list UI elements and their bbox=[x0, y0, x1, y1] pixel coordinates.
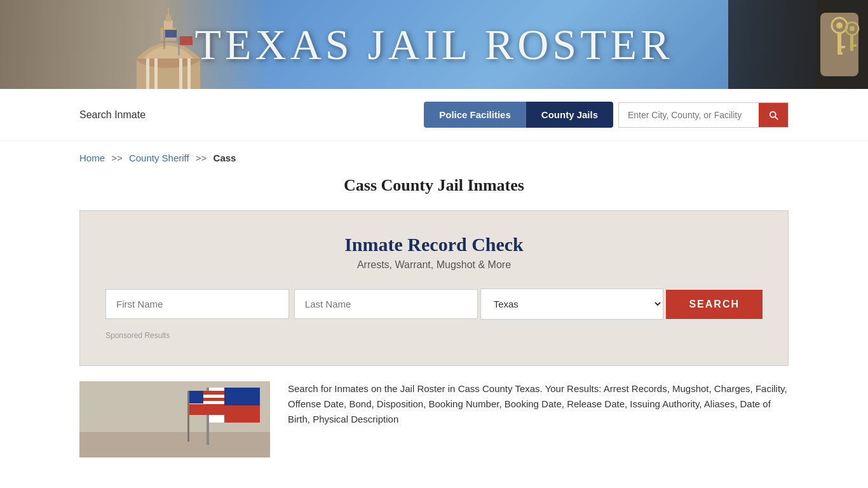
svg-point-19 bbox=[836, 22, 843, 29]
breadcrumb-current: Cass bbox=[214, 152, 236, 163]
svg-rect-12 bbox=[180, 36, 193, 45]
record-search-button[interactable]: SEARCH bbox=[666, 290, 763, 319]
svg-point-24 bbox=[850, 26, 855, 31]
search-icon bbox=[768, 109, 779, 121]
site-title: TEXAS JAIL ROSTER bbox=[194, 20, 673, 70]
svg-rect-35 bbox=[187, 391, 189, 442]
svg-rect-13 bbox=[163, 30, 165, 49]
svg-rect-28 bbox=[79, 432, 270, 458]
sponsored-label: Sponsored Results bbox=[105, 331, 763, 340]
nav-buttons: Police Facilities County Jails bbox=[424, 102, 613, 128]
svg-rect-10 bbox=[187, 58, 191, 89]
svg-rect-25 bbox=[850, 35, 853, 51]
search-inmate-label: Search Inmate bbox=[79, 109, 146, 121]
page-title: Cass County Jail Inmates bbox=[0, 176, 868, 195]
svg-rect-14 bbox=[165, 30, 177, 37]
svg-rect-9 bbox=[179, 58, 182, 89]
svg-rect-39 bbox=[189, 391, 203, 403]
state-select[interactable]: Texas Alabama Alaska Arizona Arkansas Ca… bbox=[480, 288, 664, 320]
record-check-form: Texas Alabama Alaska Arizona Arkansas Ca… bbox=[105, 288, 763, 320]
county-image: ★ bbox=[79, 381, 270, 458]
svg-rect-20 bbox=[837, 33, 841, 52]
breadcrumb-sep2: >> bbox=[196, 152, 207, 163]
first-name-input[interactable] bbox=[105, 289, 289, 319]
breadcrumb: Home >> County Sheriff >> Cass bbox=[0, 141, 868, 170]
record-check-subtitle: Arrests, Warrant, Mugshot & More bbox=[105, 259, 763, 271]
breadcrumb-county-sheriff[interactable]: County Sheriff bbox=[129, 152, 189, 163]
texas-flag-illustration: ★ bbox=[79, 381, 270, 458]
svg-rect-22 bbox=[837, 52, 843, 55]
record-check-box: Inmate Record Check Arrests, Warrant, Mu… bbox=[79, 210, 789, 366]
svg-rect-26 bbox=[850, 44, 857, 46]
svg-rect-5 bbox=[166, 15, 171, 22]
svg-rect-11 bbox=[178, 36, 180, 55]
header-banner: TEXAS JAIL ROSTER bbox=[0, 0, 868, 89]
svg-rect-4 bbox=[164, 20, 173, 29]
last-name-input[interactable] bbox=[294, 289, 478, 319]
facility-search-button[interactable] bbox=[759, 103, 788, 127]
facility-search-wrapper bbox=[618, 102, 789, 128]
keys-illustration bbox=[728, 0, 868, 89]
breadcrumb-sep1: >> bbox=[111, 152, 123, 163]
svg-rect-8 bbox=[154, 58, 158, 89]
police-facilities-button[interactable]: Police Facilities bbox=[424, 102, 526, 128]
bottom-section: ★ Search for Inmates on the Jail Roster … bbox=[0, 381, 868, 458]
svg-rect-21 bbox=[837, 46, 845, 48]
navbar: Search Inmate Police Facilities County J… bbox=[0, 89, 868, 141]
bottom-description: Search for Inmates on the Jail Roster in… bbox=[288, 381, 789, 427]
record-check-title: Inmate Record Check bbox=[105, 234, 763, 255]
facility-search-input[interactable] bbox=[619, 104, 759, 126]
county-jails-button[interactable]: County Jails bbox=[526, 102, 613, 128]
svg-rect-7 bbox=[146, 58, 149, 89]
breadcrumb-home[interactable]: Home bbox=[79, 152, 105, 163]
